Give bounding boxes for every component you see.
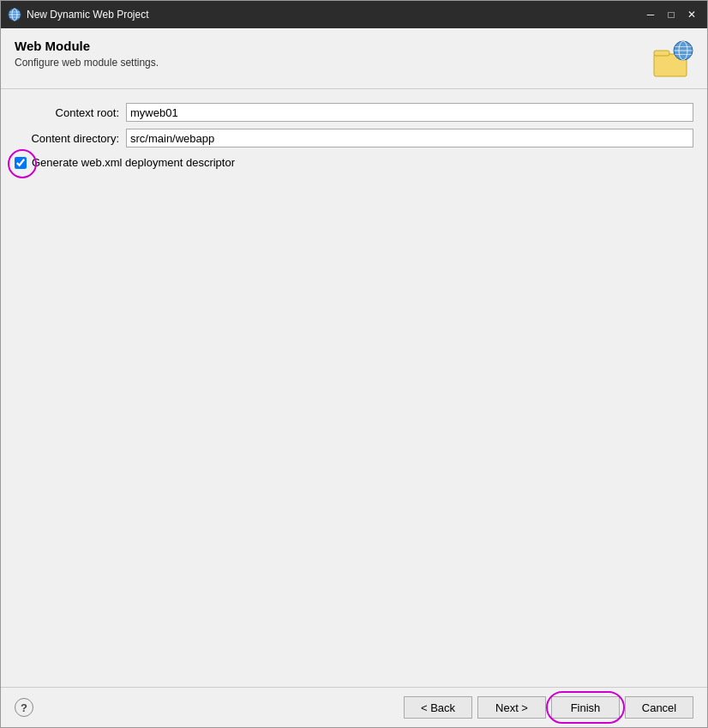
content-directory-row: Content directory: bbox=[15, 129, 693, 147]
main-area: Context root: Content directory: Generat… bbox=[1, 89, 707, 687]
context-root-row: Context root: bbox=[15, 103, 693, 122]
content-directory-label: Content directory: bbox=[15, 132, 126, 145]
help-button[interactable]: ? bbox=[15, 698, 33, 717]
web-module-icon bbox=[652, 39, 693, 80]
window-icon bbox=[8, 8, 21, 21]
header-title: Web Module bbox=[15, 39, 652, 53]
cancel-button[interactable]: Cancel bbox=[625, 696, 693, 719]
back-button[interactable]: < Back bbox=[404, 696, 472, 719]
minimize-button[interactable]: ─ bbox=[642, 6, 659, 23]
footer-left: ? bbox=[15, 698, 33, 717]
header-subtitle: Configure web module settings. bbox=[15, 57, 652, 69]
title-bar: New Dynamic Web Project ─ □ ✕ bbox=[1, 1, 707, 28]
finish-button[interactable]: Finish bbox=[551, 696, 620, 719]
footer-right: < Back Next > Finish Cancel bbox=[404, 696, 693, 719]
header-section: Web Module Configure web module settings… bbox=[1, 28, 707, 89]
content-directory-input[interactable] bbox=[126, 129, 693, 147]
context-root-label: Context root: bbox=[15, 106, 126, 119]
svg-rect-6 bbox=[654, 51, 669, 56]
footer: ? < Back Next > Finish Cancel bbox=[1, 687, 707, 727]
dialog-content: Web Module Configure web module settings… bbox=[1, 28, 707, 727]
next-button[interactable]: Next > bbox=[477, 696, 546, 719]
header-text: Web Module Configure web module settings… bbox=[15, 39, 652, 69]
maximize-button[interactable]: □ bbox=[663, 6, 680, 23]
dialog-window: New Dynamic Web Project ─ □ ✕ Web Module… bbox=[0, 0, 708, 728]
close-button[interactable]: ✕ bbox=[683, 6, 700, 23]
window-controls: ─ □ ✕ bbox=[642, 6, 700, 23]
generate-webxml-checkbox[interactable] bbox=[15, 157, 27, 169]
checkbox-row: Generate web.xml deployment descriptor bbox=[15, 156, 693, 169]
generate-webxml-label[interactable]: Generate web.xml deployment descriptor bbox=[32, 156, 235, 169]
window-title: New Dynamic Web Project bbox=[27, 9, 642, 21]
context-root-input[interactable] bbox=[126, 103, 693, 122]
